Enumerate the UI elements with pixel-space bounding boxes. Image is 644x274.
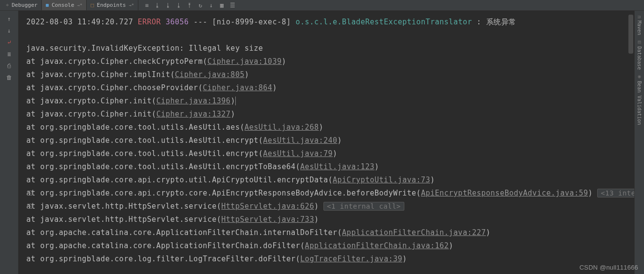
frame-prefix: at org.springblade.core.tool.utils.AesUt… xyxy=(26,149,263,158)
download-icon[interactable]: ⭳ xyxy=(152,0,163,11)
console-left-toolbar: ↑ ↓ ⤶ ≣ ⎙ 🗑 xyxy=(0,11,19,274)
maven-icon: m xyxy=(637,16,642,19)
frame-suffix: ) xyxy=(375,162,379,171)
panel-label: Database xyxy=(637,46,642,70)
frame-suffix: ) xyxy=(486,228,491,237)
endpoints-icon: ⬚ xyxy=(91,2,94,8)
tab-console[interactable]: Console →* xyxy=(42,0,87,10)
source-link[interactable]: AesUtil.java:240 xyxy=(263,136,338,145)
stack-frame: at org.springblade.core.tool.utils.AesUt… xyxy=(26,134,634,147)
source-link[interactable]: Cipher.java:864 xyxy=(203,83,272,92)
arrow-up-icon[interactable]: ↑ xyxy=(3,14,15,24)
grid-icon[interactable]: ▦ xyxy=(216,0,227,11)
source-link[interactable]: ApplicationFilterChain.java:162 xyxy=(305,241,449,250)
frame-suffix: ) xyxy=(272,83,277,92)
tab-endpoints[interactable]: ⬚ Endpoints →* xyxy=(87,0,138,10)
arrow-down-icon[interactable]: ↓ xyxy=(3,25,15,36)
sync-icon[interactable]: ↻ xyxy=(195,0,206,11)
log-header-line: 2022-08-03 11:49:20.727 ERROR 36056 --- … xyxy=(26,16,634,29)
tab-label: Endpoints xyxy=(97,2,126,8)
toolbar-buttons: ≡ ⭳ ⭳ ⭳ ⭱ ↻ ↓ ▦ ☰ xyxy=(141,0,238,11)
source-link[interactable]: ApiEncryptResponseBodyAdvice.java:59 xyxy=(421,189,588,197)
tab-debugger[interactable]: ⌖ Debugger xyxy=(2,0,42,10)
stack-frame: at org.apache.catalina.core.ApplicationF… xyxy=(26,239,634,253)
stack-frame: + at javax.servlet.http.HttpServlet.serv… xyxy=(26,200,634,213)
console-icon xyxy=(46,4,49,7)
bean-validation-panel-button[interactable]: ◉ Bean Validation xyxy=(637,72,642,127)
source-link[interactable]: AesUtil.java:268 xyxy=(245,123,319,132)
frame-prefix: at javax.crypto.Cipher.chooseProvider( xyxy=(26,83,203,92)
print-icon[interactable]: ⎙ xyxy=(3,60,15,71)
timestamp: 2022-08-03 11:49:20.727 xyxy=(26,18,133,26)
soft-wrap-icon[interactable]: ⤶ xyxy=(3,37,15,48)
stack-frame: at javax.crypto.Cipher.init(Cipher.java:… xyxy=(26,95,634,108)
database-panel-button[interactable]: ▤ Database xyxy=(637,37,642,72)
stack-frame: at org.springblade.core.log.filter.LogTr… xyxy=(26,253,634,266)
frame-prefix: at org.springblade.core.tool.utils.AesUt… xyxy=(26,162,300,171)
stack-frame: at org.apache.catalina.core.ApplicationF… xyxy=(26,226,634,239)
frame-suffix: ) xyxy=(282,57,286,66)
frame-suffix: ) xyxy=(402,254,407,263)
frame-prefix: at javax.crypto.Cipher.checkCryptoPerm( xyxy=(26,57,208,66)
frame-suffix: ) xyxy=(588,189,593,197)
arrow-down-icon[interactable]: ↓ xyxy=(206,0,216,11)
console-output[interactable]: 2022-08-03 11:49:20.727 ERROR 36056 --- … xyxy=(19,11,634,274)
frame-suffix: ) xyxy=(430,176,435,184)
logger-name: o.s.c.l.e.BladeRestExceptionTranslator xyxy=(296,18,472,26)
upload-icon[interactable]: ⭱ xyxy=(184,0,195,11)
frame-suffix: ) xyxy=(319,123,323,132)
scrollbar-thumb[interactable] xyxy=(628,15,633,54)
pin-icon: →* xyxy=(77,3,82,8)
log-colon: : xyxy=(477,18,482,26)
settings-icon[interactable]: ≡ xyxy=(141,0,152,11)
scroll-to-end-icon[interactable]: ≣ xyxy=(3,49,15,59)
source-link[interactable]: HttpServlet.java:733 xyxy=(221,215,314,224)
source-link[interactable]: LogTraceFilter.java:39 xyxy=(300,254,402,263)
exception-line: java.security.InvalidKeyException: Illeg… xyxy=(26,42,634,55)
equalize-icon[interactable]: ☰ xyxy=(227,0,238,11)
source-link[interactable]: ApplicationFilterChain.java:227 xyxy=(342,228,486,237)
download-icon[interactable]: ⭳ xyxy=(173,0,184,11)
stack-frame: at org.springblade.core.tool.utils.AesUt… xyxy=(26,121,634,134)
frame-prefix: at org.springblade.core.log.filter.LogTr… xyxy=(26,254,300,263)
frame-suffix: ) xyxy=(338,136,342,145)
thread-name: [nio-8999-exec-8] xyxy=(212,18,291,26)
frame-suffix: ) xyxy=(245,70,249,79)
log-message: 系统异常 xyxy=(486,18,516,26)
maven-panel-button[interactable]: m Maven xyxy=(637,14,642,37)
frame-prefix: at javax.crypto.Cipher.init( xyxy=(26,97,156,105)
source-link[interactable]: Cipher.java:1327 xyxy=(156,110,231,118)
source-link[interactable]: ApiCryptoUtil.java:73 xyxy=(333,176,430,184)
source-link[interactable]: Cipher.java:1396 xyxy=(156,97,231,105)
frame-suffix: ) xyxy=(314,215,319,224)
stack-frame: at javax.crypto.Cipher.implInit(Cipher.j… xyxy=(26,68,634,81)
database-icon: ▤ xyxy=(637,39,642,44)
stack-frame: at javax.crypto.Cipher.chooseProvider(Ci… xyxy=(26,81,634,95)
internal-calls-hint[interactable]: <1 internal call> xyxy=(323,202,404,211)
bean-icon: ◉ xyxy=(637,74,642,79)
source-link[interactable]: Cipher.java:1039 xyxy=(208,57,282,66)
frame-prefix: at org.apache.catalina.core.ApplicationF… xyxy=(26,241,305,250)
trash-icon[interactable]: 🗑 xyxy=(3,72,15,83)
frame-prefix: at javax.servlet.http.HttpServlet.servic… xyxy=(26,215,221,224)
frame-prefix: at org.apache.catalina.core.ApplicationF… xyxy=(26,228,342,237)
stack-frame: at org.springblade.core.tool.utils.AesUt… xyxy=(26,160,634,174)
frame-suffix: ) xyxy=(314,202,319,211)
stack-frame: at javax.servlet.http.HttpServlet.servic… xyxy=(26,213,634,226)
tool-window-tabs: ⌖ Debugger Console →* ⬚ Endpoints →* ≡ ⭳… xyxy=(0,0,644,11)
source-link[interactable]: Cipher.java:805 xyxy=(175,70,245,79)
stack-frame: + at org.springblade.core.api.crypto.cor… xyxy=(26,187,634,200)
source-link[interactable]: AesUtil.java:79 xyxy=(263,149,333,158)
source-link[interactable]: AesUtil.java:123 xyxy=(300,162,375,171)
stack-frame: at javax.crypto.Cipher.checkCryptoPerm(C… xyxy=(26,55,634,68)
panel-label: Bean Validation xyxy=(637,81,642,125)
panel-label: Maven xyxy=(637,20,642,35)
source-link[interactable]: HttpServlet.java:626 xyxy=(221,202,314,211)
download-icon[interactable]: ⭳ xyxy=(163,0,173,11)
bug-icon: ⌖ xyxy=(6,2,9,8)
expand-icon[interactable]: + xyxy=(27,191,32,196)
frame-prefix: at org.springblade.core.tool.utils.AesUt… xyxy=(26,136,263,145)
stack-frame: at org.springblade.core.tool.utils.AesUt… xyxy=(26,147,634,160)
expand-icon[interactable]: + xyxy=(27,204,32,209)
internal-calls-hint[interactable]: <13 internal xyxy=(597,189,634,197)
